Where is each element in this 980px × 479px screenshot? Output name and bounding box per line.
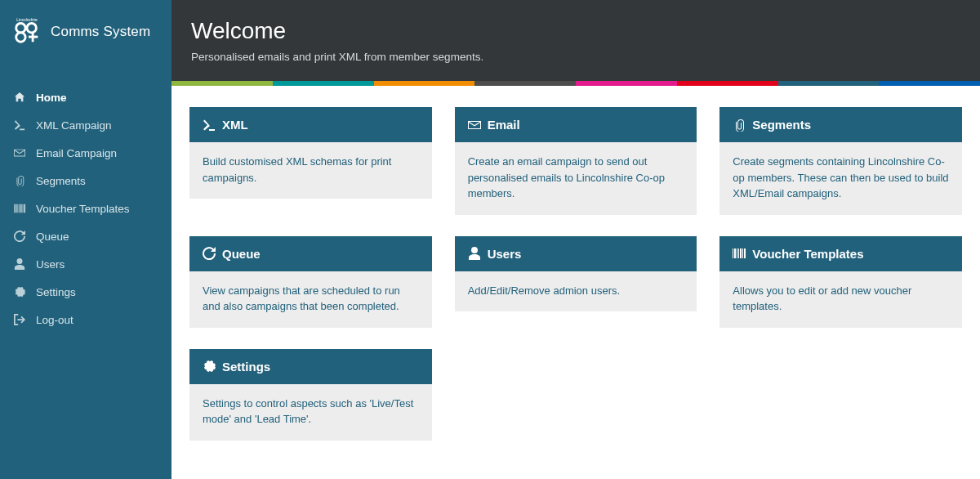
sidebar-item-queue[interactable]: Queue xyxy=(0,222,172,250)
card-settings[interactable]: SettingsSettings to control aspects such… xyxy=(189,349,432,441)
card-header: Queue xyxy=(189,236,432,271)
envelope-icon xyxy=(13,146,26,159)
gear-icon xyxy=(203,360,216,373)
card-segments[interactable]: SegmentsCreate segments containing Linco… xyxy=(719,107,962,215)
card-header: XML xyxy=(189,107,432,142)
sidebar-item-voucher-templates[interactable]: Voucher Templates xyxy=(0,195,172,222)
logo-top-text: Lincolnshire xyxy=(16,18,38,22)
sidebar-item-label: Queue xyxy=(36,231,69,243)
card-header: Users xyxy=(455,236,697,271)
envelope-icon xyxy=(468,119,481,132)
card-title: Queue xyxy=(222,247,261,261)
card-body: Create an email campaign to send out per… xyxy=(455,142,697,215)
card-header: Email xyxy=(455,107,697,142)
cards-grid: XMLBuild customised XML schemas for prin… xyxy=(172,86,980,462)
page-subtitle: Personalised emails and print XML from m… xyxy=(191,51,960,63)
sidebar-item-label: Log-out xyxy=(36,314,74,326)
user-icon xyxy=(13,257,26,271)
card-users[interactable]: UsersAdd/Edit/Remove admion users. xyxy=(455,236,697,312)
sidebar-item-users[interactable]: Users xyxy=(0,250,172,278)
card-body: Create segments containing Lincolnshire … xyxy=(719,142,962,215)
card-title: Voucher Templates xyxy=(752,247,863,261)
card-body: Allows you to edit or add new voucher te… xyxy=(719,271,962,328)
card-title: Segments xyxy=(752,118,811,132)
terminal-icon xyxy=(203,119,216,132)
card-email[interactable]: EmailCreate an email campaign to send ou… xyxy=(455,107,697,215)
sidebar-item-segments[interactable]: Segments xyxy=(0,167,172,195)
header: Welcome Personalised emails and print XM… xyxy=(172,0,980,81)
card-body: View campaigns that are scheduled to run… xyxy=(189,271,432,328)
sidebar-item-settings[interactable]: Settings xyxy=(0,278,172,306)
sidebar-item-label: Segments xyxy=(36,175,86,187)
card-body: Settings to control aspects such as 'Liv… xyxy=(189,384,432,441)
refresh-icon xyxy=(203,247,216,260)
sidebar-item-home[interactable]: Home xyxy=(0,83,172,111)
refresh-icon xyxy=(13,230,26,243)
card-body: Add/Edit/Remove admion users. xyxy=(455,271,697,312)
sidebar-item-label: Settings xyxy=(36,286,76,298)
sidebar-item-log-out[interactable]: Log-out xyxy=(0,306,172,334)
svg-rect-4 xyxy=(32,33,34,42)
sidebar: Lincolnshire Comms System HomeXML Campai… xyxy=(0,0,172,479)
user-icon xyxy=(468,247,481,260)
svg-point-2 xyxy=(16,33,25,42)
card-voucher-templates[interactable]: Voucher TemplatesAllows you to edit or a… xyxy=(719,236,962,328)
svg-point-1 xyxy=(27,23,36,32)
home-icon xyxy=(13,91,26,104)
sidebar-item-email-campaign[interactable]: Email Campaign xyxy=(0,139,172,167)
sidebar-item-label: Email Campaign xyxy=(36,147,117,159)
brand-title: Comms System xyxy=(51,24,150,40)
page-title: Welcome xyxy=(191,18,960,44)
terminal-icon xyxy=(13,119,26,132)
barcode-icon xyxy=(13,202,26,215)
logo-icon: Lincolnshire xyxy=(11,15,42,49)
gear-icon xyxy=(13,285,26,298)
brand: Lincolnshire Comms System xyxy=(0,0,172,67)
sidebar-item-label: Users xyxy=(36,258,65,271)
card-body: Build customised XML schemas for print c… xyxy=(189,142,432,199)
sidebar-item-xml-campaign[interactable]: XML Campaign xyxy=(0,111,172,139)
nav: HomeXML CampaignEmail CampaignSegmentsVo… xyxy=(0,67,172,334)
card-xml[interactable]: XMLBuild customised XML schemas for prin… xyxy=(189,107,432,199)
sidebar-item-label: Home xyxy=(36,92,67,104)
svg-point-0 xyxy=(16,23,25,32)
card-header: Segments xyxy=(719,107,962,142)
card-title: XML xyxy=(222,118,248,132)
paperclip-icon xyxy=(733,119,746,132)
card-queue[interactable]: QueueView campaigns that are scheduled t… xyxy=(189,236,432,328)
card-title: Settings xyxy=(222,360,270,374)
sidebar-item-label: Voucher Templates xyxy=(36,203,130,215)
card-header: Settings xyxy=(189,349,432,384)
paperclip-icon xyxy=(13,174,26,187)
sidebar-item-label: XML Campaign xyxy=(36,119,112,132)
logout-icon xyxy=(13,313,26,326)
barcode-icon xyxy=(733,247,746,260)
main: Welcome Personalised emails and print XM… xyxy=(172,0,980,479)
card-title: Users xyxy=(488,247,522,261)
card-header: Voucher Templates xyxy=(719,236,962,271)
card-title: Email xyxy=(488,118,520,132)
